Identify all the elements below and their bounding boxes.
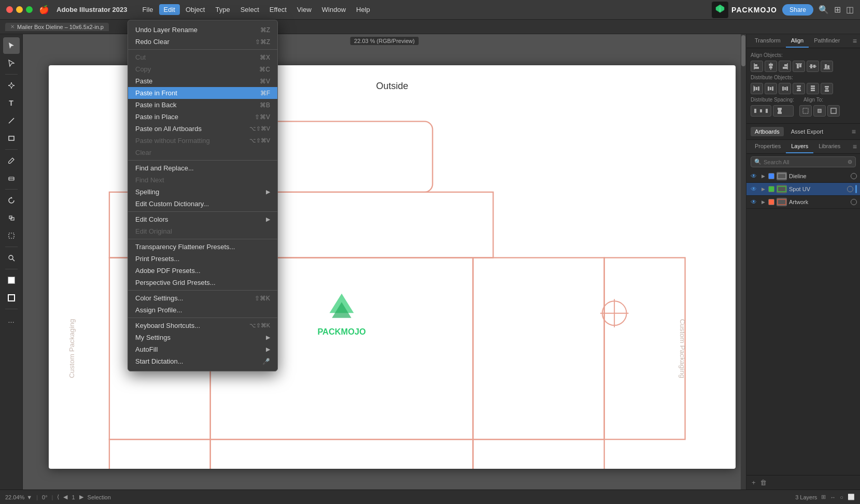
align-right-btn[interactable] <box>779 61 791 72</box>
align-center-h-btn[interactable] <box>765 61 777 72</box>
menu-spelling[interactable]: Spelling ▶ <box>128 186 277 198</box>
dist-h-space-btn[interactable] <box>751 105 771 117</box>
layer-target-dieline[interactable] <box>851 173 857 179</box>
menu-pdf-presets[interactable]: Adobe PDF Presets... <box>128 265 277 277</box>
align-bottom-btn[interactable] <box>821 61 833 72</box>
menu-undo[interactable]: Undo Layer Rename ⌘Z <box>128 24 277 36</box>
menu-paste-in-front[interactable]: Paste in Front ⌘F <box>128 87 277 99</box>
rectangle-tool[interactable] <box>3 130 20 147</box>
layer-visibility-spot-uv[interactable]: 👁 <box>750 185 758 193</box>
menu-view[interactable]: View <box>292 4 316 15</box>
artboards-menu-icon[interactable]: ≡ <box>852 127 856 136</box>
zoom-dropdown-icon[interactable]: ▼ <box>26 494 32 500</box>
fullscreen-button[interactable] <box>26 6 33 13</box>
dist-center-h-btn[interactable] <box>765 83 777 94</box>
menu-print-presets[interactable]: Print Presets... <box>128 253 277 265</box>
zoom-tool[interactable] <box>3 250 20 266</box>
transform-tool[interactable] <box>3 227 20 244</box>
status-icon-1[interactable]: ⊞ <box>821 494 826 500</box>
dist-top-btn[interactable] <box>793 83 805 94</box>
layer-item-artwork[interactable]: 👁 ▶ Artwork <box>746 196 860 209</box>
pen-tool[interactable] <box>3 77 20 94</box>
menu-paste-in-place[interactable]: Paste in Place ⇧⌘V <box>128 111 277 123</box>
status-icon-2[interactable]: ↔ <box>830 494 836 500</box>
tab-libraries[interactable]: Libraries <box>813 140 845 153</box>
menu-color-settings[interactable]: Color Settings... ⇧⌘K <box>128 292 277 304</box>
delete-layer-icon[interactable]: 🗑 <box>760 479 767 486</box>
align-to-artboard-btn[interactable] <box>827 105 840 117</box>
dist-center-v-btn[interactable] <box>807 83 819 94</box>
direct-selection-tool[interactable] <box>3 55 20 71</box>
minimize-button[interactable] <box>16 6 23 13</box>
menu-effect[interactable]: Effect <box>265 4 291 15</box>
share-button[interactable]: Share <box>782 4 813 16</box>
eraser-tool[interactable] <box>3 170 20 186</box>
status-icon-3[interactable]: ○ <box>840 494 843 500</box>
scrollbar-thumb[interactable] <box>741 35 745 66</box>
fill-color-btn[interactable] <box>3 272 20 289</box>
document-tab[interactable]: ✕ Mailer Box Dieline – 10x6.5x2-in.p <box>5 23 109 31</box>
artboard-prev[interactable]: ◀ <box>63 494 67 500</box>
menu-select[interactable]: Select <box>236 4 264 15</box>
layers-search[interactable]: 🔍 ⊜ <box>751 156 856 167</box>
dist-right-btn[interactable] <box>779 83 791 94</box>
layer-expand-spot-uv[interactable]: ▶ <box>760 186 766 192</box>
layers-panel-menu-icon[interactable]: ≡ <box>853 142 857 151</box>
layer-target-spot-uv[interactable] <box>847 186 853 192</box>
menu-my-settings[interactable]: My Settings ▶ <box>128 332 277 343</box>
filter-icon[interactable]: ⊜ <box>848 159 852 165</box>
sidebar-toggle-icon[interactable]: ◫ <box>846 5 854 15</box>
tab-align[interactable]: Align <box>786 34 809 48</box>
tab-properties[interactable]: Properties <box>750 140 786 153</box>
close-tab-icon[interactable]: ✕ <box>10 24 15 30</box>
align-to-key-btn[interactable] <box>813 105 826 117</box>
menu-edit[interactable]: Edit <box>159 4 180 15</box>
rotate-tool[interactable] <box>3 192 20 209</box>
menu-type[interactable]: Type <box>210 4 234 15</box>
layer-expand-dieline[interactable]: ▶ <box>760 173 766 179</box>
dist-left-btn[interactable] <box>751 83 763 94</box>
align-center-v-btn[interactable] <box>807 61 819 72</box>
grid-icon[interactable]: ⊞ <box>834 5 841 15</box>
type-tool[interactable]: T <box>3 95 20 111</box>
line-tool[interactable] <box>3 112 20 129</box>
selection-tool[interactable] <box>3 37 20 54</box>
tab-artboards[interactable]: Artboards <box>751 127 784 136</box>
layer-expand-artwork[interactable]: ▶ <box>760 199 766 205</box>
align-left-btn[interactable] <box>751 61 763 72</box>
menu-find-replace[interactable]: Find and Replace... <box>128 162 277 174</box>
menu-edit-colors[interactable]: Edit Colors ▶ <box>128 213 277 225</box>
menu-object[interactable]: Object <box>181 4 210 15</box>
artboard-next[interactable]: ▶ <box>79 494 83 500</box>
dist-v-space-btn[interactable] <box>773 105 794 117</box>
dist-bottom-btn[interactable] <box>821 83 833 94</box>
layer-item-spot-uv[interactable]: 👁 ▶ Spot UV <box>746 183 860 196</box>
scale-tool[interactable] <box>3 210 20 226</box>
menu-transparency-flat[interactable]: Transparency Flattener Presets... <box>128 241 277 253</box>
close-button[interactable] <box>6 6 13 13</box>
menu-paste[interactable]: Paste ⌘V <box>128 75 277 87</box>
menu-perspective-presets[interactable]: Perspective Grid Presets... <box>128 277 277 289</box>
menu-start-dictation[interactable]: Start Dictation... 🎤 <box>128 355 277 367</box>
stroke-color-btn[interactable] <box>3 290 20 306</box>
menu-file[interactable]: File <box>138 4 158 15</box>
tab-layers[interactable]: Layers <box>786 140 813 153</box>
vertical-scrollbar[interactable] <box>741 34 746 489</box>
tab-asset-export[interactable]: Asset Export <box>787 127 827 136</box>
menu-autofill[interactable]: AutoFill ▶ <box>128 343 277 355</box>
add-layer-icon[interactable]: + <box>752 479 756 486</box>
menu-edit-custom-dict[interactable]: Edit Custom Dictionary... <box>128 198 277 210</box>
panel-menu-icon[interactable]: ≡ <box>853 37 857 45</box>
extra-tools-btn[interactable]: … <box>3 312 20 328</box>
layer-visibility-dieline[interactable]: 👁 <box>750 172 758 180</box>
menu-keyboard-shortcuts[interactable]: Keyboard Shortcuts... ⌥⇧⌘K <box>128 320 277 332</box>
status-icon-4[interactable]: ⬜ <box>848 494 855 500</box>
menu-help[interactable]: Help <box>351 4 375 15</box>
layers-search-input[interactable] <box>764 159 845 165</box>
menu-window[interactable]: Window <box>317 4 350 15</box>
layer-item-dieline[interactable]: 👁 ▶ Dieline <box>746 170 860 183</box>
align-top-btn[interactable] <box>793 61 805 72</box>
menu-assign-profile[interactable]: Assign Profile... <box>128 304 277 316</box>
search-icon[interactable]: 🔍 <box>819 5 829 15</box>
tab-transform[interactable]: Transform <box>750 34 786 48</box>
